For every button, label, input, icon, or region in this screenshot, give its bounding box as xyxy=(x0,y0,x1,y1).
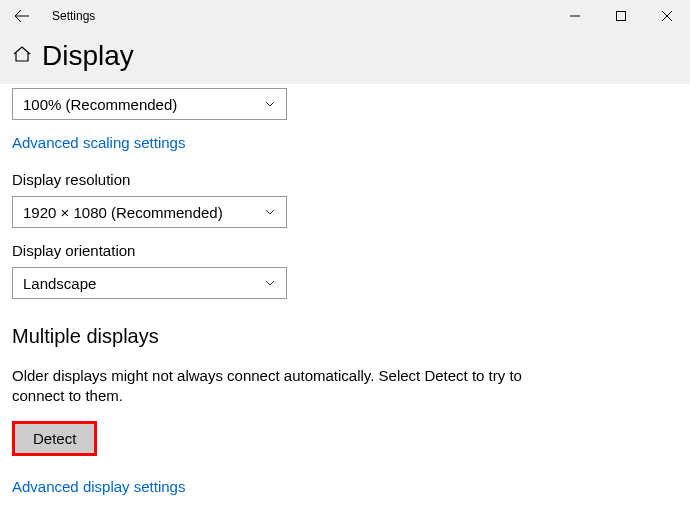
maximize-button[interactable] xyxy=(598,0,644,32)
maximize-icon xyxy=(616,11,626,21)
page-title: Display xyxy=(42,40,134,72)
multiple-displays-heading: Multiple displays xyxy=(12,325,678,348)
close-button[interactable] xyxy=(644,0,690,32)
scale-dropdown[interactable]: 100% (Recommended) xyxy=(12,88,287,120)
close-icon xyxy=(662,11,672,21)
titlebar: Settings xyxy=(0,0,690,32)
minimize-button[interactable] xyxy=(552,0,598,32)
advanced-display-link[interactable]: Advanced display settings xyxy=(12,478,185,495)
arrow-left-icon xyxy=(14,8,30,24)
orientation-dropdown[interactable]: Landscape xyxy=(12,267,287,299)
window-controls xyxy=(552,0,690,32)
orientation-selected: Landscape xyxy=(23,275,96,292)
resolution-selected: 1920 × 1080 (Recommended) xyxy=(23,204,223,221)
detect-button[interactable]: Detect xyxy=(12,421,97,456)
app-title: Settings xyxy=(44,9,552,23)
orientation-label: Display orientation xyxy=(12,242,678,259)
back-button[interactable] xyxy=(0,0,44,32)
chevron-down-icon xyxy=(264,206,276,218)
advanced-scaling-link[interactable]: Advanced scaling settings xyxy=(12,134,185,151)
minimize-icon xyxy=(570,11,580,21)
chevron-down-icon xyxy=(264,277,276,289)
content-area: 100% (Recommended) Advanced scaling sett… xyxy=(0,84,690,508)
resolution-label: Display resolution xyxy=(12,171,678,188)
page-header: Display xyxy=(0,32,690,84)
resolution-dropdown[interactable]: 1920 × 1080 (Recommended) xyxy=(12,196,287,228)
home-icon[interactable] xyxy=(12,44,32,68)
chevron-down-icon xyxy=(264,98,276,110)
scale-selected: 100% (Recommended) xyxy=(23,96,177,113)
svg-rect-1 xyxy=(617,12,626,21)
multiple-displays-help: Older displays might not always connect … xyxy=(12,366,572,407)
